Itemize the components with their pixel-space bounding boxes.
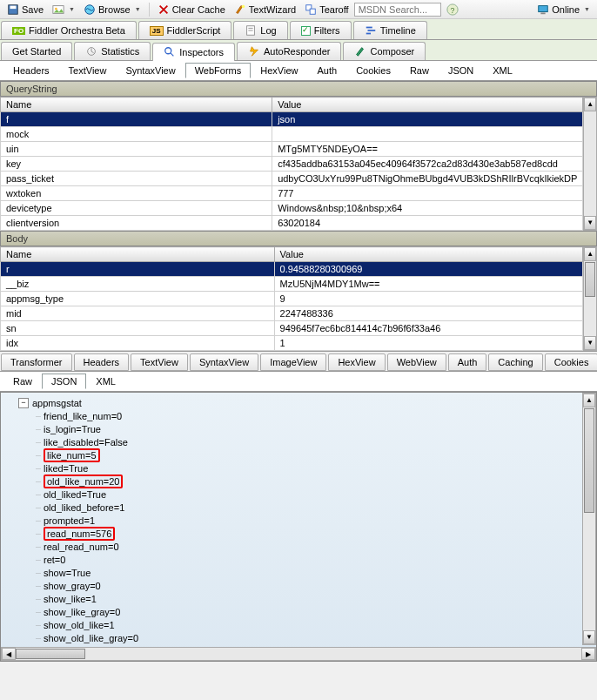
subtab-xml[interactable]: XML	[483, 63, 522, 78]
column-value[interactable]: Value	[274, 247, 583, 262]
collapse-icon[interactable]: −	[18, 398, 29, 408]
column-name[interactable]: Name	[1, 98, 272, 112]
cell-name[interactable]: devicetype	[1, 201, 272, 216]
subtab-headers[interactable]: Headers	[3, 63, 59, 78]
tab-inspectors[interactable]: Inspectors	[152, 43, 235, 61]
cell-name[interactable]: pass_ticket	[1, 172, 272, 186]
subtab-cookies[interactable]: Cookies	[346, 63, 400, 78]
cell-value[interactable]: 63020184	[272, 216, 583, 231]
tab-log[interactable]: Log	[233, 21, 287, 39]
table-row[interactable]: sn949645f7ec6bc814414c7b96f6f33a46	[1, 321, 583, 336]
tree-item[interactable]: ⋯show_gray=0	[1, 579, 596, 592]
resp-tab-transformer[interactable]: Transformer	[1, 353, 72, 371]
resp-tab-webview[interactable]: WebView	[387, 353, 446, 371]
clear-cache-button[interactable]: Clear Cache	[154, 3, 229, 17]
body-scrollbar[interactable]: ▲ ▼	[583, 246, 597, 351]
cell-name[interactable]: sn	[1, 321, 275, 336]
scroll-up-button[interactable]: ▲	[583, 394, 595, 407]
cell-name[interactable]: key	[1, 157, 272, 172]
cell-value[interactable]: cf435addba63153a045ec40964f3572ca2d83d43…	[272, 157, 583, 172]
resp-subtab-raw[interactable]: Raw	[3, 374, 42, 389]
cell-value[interactable]: udbyCO3UxYru99Pu8TNigOhmeBUbgd4VUB3kDShR…	[272, 172, 583, 186]
cell-name[interactable]: mock	[1, 127, 272, 142]
resp-subtab-json[interactable]: JSON	[42, 374, 86, 389]
resp-subtab-xml[interactable]: XML	[86, 374, 125, 389]
cell-name[interactable]: idx	[1, 336, 275, 351]
tree-item[interactable]: ⋯show_old_like=1	[1, 618, 596, 631]
tree-item[interactable]: ⋯like_num=5	[1, 448, 596, 461]
tab-fiddlerscript[interactable]: JSFiddlerScript	[138, 21, 232, 39]
cell-value[interactable]: MTg5MTY5NDEyOA==	[272, 142, 583, 157]
scroll-down-button[interactable]: ▼	[583, 630, 595, 644]
cell-name[interactable]: clientversion	[1, 216, 272, 231]
tree-item[interactable]: ⋯read_num=576	[1, 527, 596, 540]
help-button[interactable]: ?	[443, 3, 462, 17]
tearoff-button[interactable]: Tearoff	[301, 3, 352, 17]
scroll-up-button[interactable]: ▲	[584, 98, 596, 111]
subtab-auth[interactable]: Auth	[308, 63, 347, 78]
querystring-scrollbar[interactable]: ▲ ▼	[583, 97, 597, 231]
tree-item[interactable]: ⋯show_like=1	[1, 592, 596, 605]
scroll-left-button[interactable]: ◀	[2, 648, 16, 660]
querystring-grid[interactable]: Name Value fjsonmockuinMTg5MTY5NDEyOA==k…	[0, 97, 583, 231]
subtab-json[interactable]: JSON	[439, 63, 483, 78]
tab-statistics[interactable]: Statistics	[74, 42, 151, 60]
table-row[interactable]: appmsg_type9	[1, 292, 583, 306]
table-row[interactable]: wxtoken777	[1, 186, 583, 201]
scroll-track[interactable]	[16, 648, 581, 660]
table-row[interactable]: pass_ticketudbyCO3UxYru99Pu8TNigOhmeBUbg…	[1, 172, 583, 186]
column-name[interactable]: Name	[1, 247, 275, 262]
table-row[interactable]: mock	[1, 127, 583, 142]
cell-value[interactable]: 2247488336	[274, 306, 583, 321]
tree-item[interactable]: ⋯show=True	[1, 566, 596, 579]
table-row[interactable]: mid2247488336	[1, 306, 583, 321]
cell-value[interactable]: 0.94588280300969	[274, 262, 583, 277]
save-button[interactable]: Save	[3, 3, 47, 17]
table-row[interactable]: r0.94588280300969	[1, 262, 583, 277]
table-row[interactable]: idx1	[1, 336, 583, 351]
column-value[interactable]: Value	[272, 98, 583, 112]
subtab-syntaxview[interactable]: SyntaxView	[116, 63, 184, 78]
cell-name[interactable]: appmsg_type	[1, 292, 275, 306]
tab-timeline[interactable]: Timeline	[353, 21, 427, 39]
resp-tab-headers[interactable]: Headers	[74, 353, 130, 371]
tree-item[interactable]: ⋯show_old_like_gray=0	[1, 631, 596, 644]
tree-item[interactable]: ⋯prompted=1	[1, 514, 596, 527]
tree-item[interactable]: ⋯old_liked_before=1	[1, 501, 596, 514]
cell-value[interactable]: Windows&nbsp;10&nbsp;x64	[272, 201, 583, 216]
online-button[interactable]: Online▼	[533, 3, 594, 17]
tree-vscrollbar[interactable]: ▲ ▼	[582, 393, 596, 645]
resp-tab-cookies[interactable]: Cookies	[545, 353, 597, 371]
body-grid[interactable]: Name Value r0.94588280300969__bizMzU5NjM…	[0, 246, 583, 351]
tree-item[interactable]: ⋯show_like_gray=0	[1, 605, 596, 618]
tab-fiddler-orchestra[interactable]: FOFiddler Orchestra Beta	[1, 21, 137, 39]
tree-hscrollbar[interactable]: ◀ ▶	[1, 647, 596, 661]
tree-item[interactable]: ⋯old_liked=True	[1, 488, 596, 501]
browse-button[interactable]: Browse▼	[80, 3, 144, 17]
cell-value[interactable]: 1	[274, 336, 583, 351]
resp-tab-hexview[interactable]: HexView	[328, 353, 385, 371]
tree-root[interactable]: − appmsgstat	[1, 396, 596, 409]
scroll-thumb[interactable]	[584, 408, 594, 513]
scroll-down-button[interactable]: ▼	[584, 336, 596, 350]
subtab-webforms[interactable]: WebForms	[185, 63, 252, 78]
table-row[interactable]: __bizMzU5NjM4MDY1Mw==	[1, 277, 583, 292]
scroll-up-button[interactable]: ▲	[584, 247, 596, 261]
msdn-search-input[interactable]	[354, 3, 441, 17]
table-row[interactable]: fjson	[1, 112, 583, 127]
tree-item[interactable]: ⋯real_read_num=0	[1, 540, 596, 553]
scroll-down-button[interactable]: ▼	[584, 216, 596, 230]
scroll-right-button[interactable]: ▶	[581, 648, 595, 660]
cell-value[interactable]	[272, 127, 583, 142]
cell-value[interactable]: 949645f7ec6bc814414c7b96f6f33a46	[274, 321, 583, 336]
cell-name[interactable]: __biz	[1, 277, 275, 292]
tree-item[interactable]: ⋯liked=True	[1, 461, 596, 475]
tab-composer[interactable]: Composer	[343, 42, 426, 60]
tab-get-started[interactable]: Get Started	[1, 42, 72, 60]
cell-name[interactable]: uin	[1, 142, 272, 157]
tab-filters[interactable]: Filters	[290, 21, 352, 39]
cell-value[interactable]: 777	[272, 186, 583, 201]
json-tree[interactable]: − appmsgstat ⋯friend_like_num=0⋯is_login…	[1, 393, 596, 647]
table-row[interactable]: uinMTg5MTY5NDEyOA==	[1, 142, 583, 157]
textwizard-button[interactable]: TextWizard	[231, 3, 299, 17]
